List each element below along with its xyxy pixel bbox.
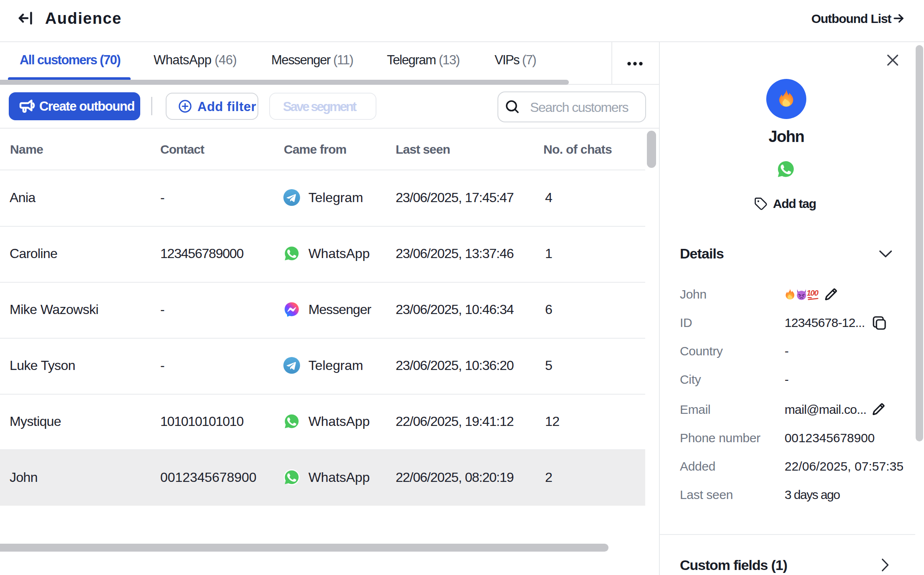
svg-text:100: 100 [807,289,818,297]
